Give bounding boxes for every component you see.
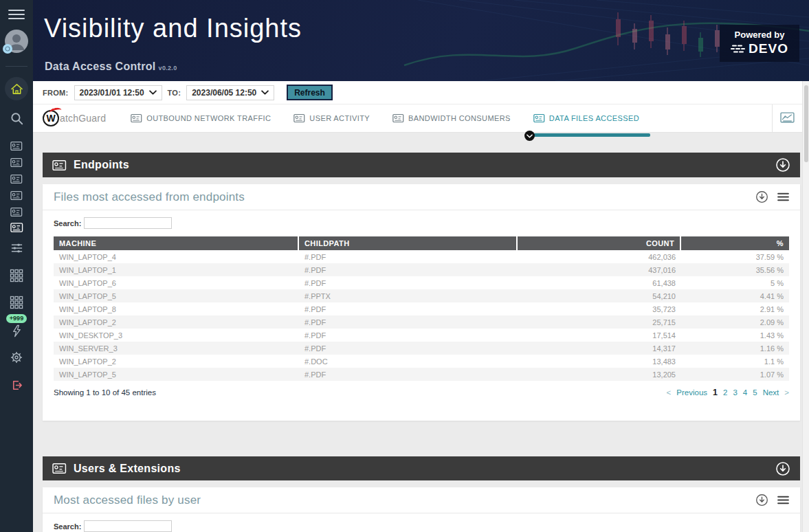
sidebar-item-dashboard-active[interactable] <box>0 221 33 234</box>
sidebar: +999 <box>0 0 33 532</box>
tab-bar: W atchGuard OUTBOUND NETWORK TRAFFIC USE… <box>33 104 802 133</box>
chart-image-button[interactable] <box>772 104 802 132</box>
user-avatar[interactable] <box>0 26 33 56</box>
page-subtitle: Data Access Controlv0.2.0 <box>45 60 177 73</box>
sidebar-item-logout[interactable] <box>0 377 33 392</box>
download-circle-icon[interactable] <box>755 190 768 203</box>
dashboard-card-icon <box>10 207 23 217</box>
table-row: WIN_LAPTOP_6#.PDF61,4385 % <box>54 276 789 289</box>
dashboard-card-icon <box>10 157 23 168</box>
logout-icon <box>10 379 23 392</box>
sidebar-item-dashboard-3[interactable] <box>0 173 33 185</box>
sidebar-item-apps-2[interactable] <box>0 296 33 309</box>
from-date-value: 2023/01/01 12:50 <box>80 88 144 98</box>
column-header-count: COUNT <box>518 236 681 250</box>
download-circle-icon[interactable] <box>775 157 790 173</box>
from-date-select[interactable]: 2023/01/01 12:50 <box>74 85 162 100</box>
table-row: WIN_LAPTOP_5#.PPTX54,2104.41 % <box>54 289 789 302</box>
next-arrow[interactable]: > <box>784 388 789 397</box>
section-title: Endpoints <box>74 159 129 171</box>
table-row: WIN_LAPTOP_1#.PDF437,01635.56 % <box>54 263 789 276</box>
card-icon <box>52 159 67 171</box>
sidebar-item-search[interactable] <box>0 110 33 126</box>
scrollbar-track <box>802 81 809 532</box>
menu-icon[interactable] <box>777 192 789 201</box>
dashboard-card-icon <box>10 174 23 184</box>
previous-arrow[interactable]: < <box>667 388 672 397</box>
to-date-value: 2023/06/05 12:50 <box>192 88 256 98</box>
search-label: Search: <box>54 522 81 531</box>
search-input[interactable] <box>84 520 172 532</box>
to-label: TO: <box>168 89 181 97</box>
refresh-button[interactable]: Refresh <box>287 85 333 100</box>
table-row: WIN_LAPTOP_4#.PDF462,03637.59 % <box>54 250 789 263</box>
sidebar-item-dashboard-2[interactable] <box>0 156 33 168</box>
apps-grid-icon <box>10 296 23 309</box>
powered-by-devo-logo: Powered by DEVO <box>720 25 799 62</box>
active-tab-underline <box>529 133 650 137</box>
dashboard-card-icon <box>10 190 23 201</box>
page-number[interactable]: 3 <box>733 388 737 397</box>
tab-data-files-accessed[interactable]: DATA FILES ACCESSED <box>533 113 639 123</box>
lightning-icon <box>10 324 23 337</box>
section-header-endpoints: Endpoints <box>43 153 800 177</box>
sidebar-item-home[interactable] <box>0 77 33 100</box>
tab-bandwidth-consumers[interactable]: BANDWIDTH CONSUMERS <box>392 113 511 123</box>
page-number[interactable]: 4 <box>743 388 747 397</box>
table-row: WIN_LAPTOP_5#.PDF13,2051.07 % <box>54 368 789 381</box>
sidebar-item-apps-1[interactable] <box>0 269 33 282</box>
page-number[interactable]: 5 <box>753 388 757 397</box>
sidebar-item-dashboard-4[interactable] <box>0 189 33 201</box>
sidebar-item-settings[interactable] <box>0 350 33 365</box>
section-title: Users & Extensions <box>74 463 181 475</box>
from-label: FROM: <box>43 89 69 97</box>
app-root: Visibility and Insights Data Access Cont… <box>0 0 809 532</box>
table-row: WIN_LAPTOP_2#.DOC13,4831.1 % <box>54 355 789 368</box>
tab-label: OUTBOUND NETWORK TRAFFIC <box>146 114 271 122</box>
next-button[interactable]: Next <box>763 388 779 397</box>
search-label: Search: <box>54 219 81 228</box>
tab-user-activity[interactable]: USER ACTIVITY <box>293 113 370 123</box>
watchguard-wordmark: atchGuard <box>60 113 106 124</box>
page-number[interactable]: 1 <box>713 388 718 397</box>
endpoints-table: MACHINE CHILDPATH COUNT % WIN_LAPTOP_4#.… <box>54 236 789 381</box>
settings-gear-icon <box>10 351 23 364</box>
download-circle-icon[interactable] <box>755 494 768 507</box>
table-row: WIN_LAPTOP_2#.PDF25,7152.09 % <box>54 315 789 329</box>
users-extensions-panel: Most accessed files by user Search: <box>43 487 800 532</box>
endpoints-table-body: WIN_LAPTOP_4#.PDF462,03637.59 %WIN_LAPTO… <box>54 250 789 381</box>
column-header-percent: % <box>681 236 789 250</box>
previous-button[interactable]: Previous <box>676 388 707 397</box>
section-header-users-extensions: Users & Extensions <box>43 456 800 480</box>
tab-outbound-network-traffic[interactable]: OUTBOUND NETWORK TRAFFIC <box>131 113 271 123</box>
sidebar-item-dashboard-1[interactable] <box>0 140 33 152</box>
table-header-row: MACHINE CHILDPATH COUNT % <box>54 236 789 250</box>
sidebar-item-alerts[interactable] <box>0 324 33 337</box>
devo-dashes-icon <box>731 44 746 54</box>
chevron-down-icon <box>149 90 157 95</box>
dashboard-card-icon <box>10 222 23 233</box>
card-icon <box>52 463 67 474</box>
search-icon <box>10 112 23 125</box>
endpoints-panel: Files most accessed from endpoints Searc… <box>43 184 800 421</box>
tab-label: USER ACTIVITY <box>309 114 370 122</box>
powered-by-text: Powered by <box>725 30 794 40</box>
menu-icon[interactable] <box>0 7 33 22</box>
column-header-childpath: CHILDPATH <box>299 236 518 250</box>
download-circle-icon[interactable] <box>775 461 790 476</box>
card-icon <box>131 113 142 123</box>
menu-icon[interactable] <box>777 496 789 505</box>
scrollbar-thumb[interactable] <box>804 85 808 162</box>
panel-title: Most accessed files by user <box>54 494 201 507</box>
sidebar-item-dashboard-5[interactable] <box>0 206 33 218</box>
to-date-select[interactable]: 2023/06/05 12:50 <box>186 85 274 100</box>
table-row: WIN_SERVER_3#.PDF14,3171.16 % <box>54 342 789 355</box>
search-input[interactable] <box>84 217 172 229</box>
alerts-count-badge: +999 <box>0 313 33 323</box>
pagination: < Previous 1 2 3 4 5 Next > <box>667 388 789 397</box>
sidebar-item-filters[interactable] <box>0 242 33 254</box>
table-entries-status: Showing 1 to 10 of 45 entries <box>54 388 156 397</box>
tab-label: DATA FILES ACCESSED <box>549 114 639 122</box>
active-tab-caret[interactable] <box>524 131 535 141</box>
page-number[interactable]: 2 <box>723 388 727 397</box>
